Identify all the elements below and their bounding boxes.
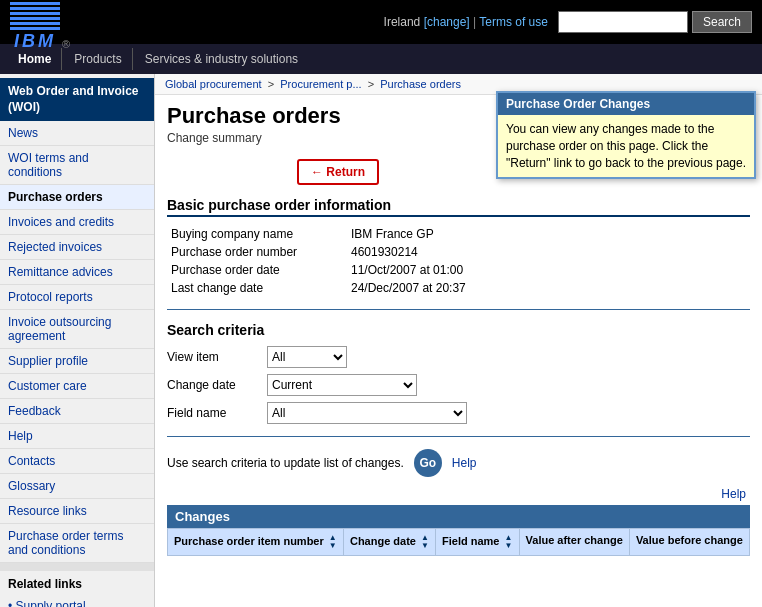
criteria-label-field: Field name [167,406,267,420]
breadcrumb-procurement[interactable]: Procurement p... [280,78,361,90]
page-content: Purchase Order Changes You can view any … [155,95,762,564]
sidebar-item-customer[interactable]: Customer care [0,374,154,399]
criteria-help-link[interactable]: Help [452,456,477,470]
header-right: Ireland [change] | Terms of use Search [384,11,752,33]
info-label: Purchase order number [167,243,347,261]
changes-header: Changes [167,505,750,528]
col-change-date: Change date ▲▼ [343,529,435,556]
tooltip-popup: Purchase Order Changes You can view any … [496,91,756,179]
terms-link[interactable]: Terms of use [479,15,548,29]
location-info: Ireland [change] | Terms of use [384,15,548,29]
col-po-item: Purchase order item number ▲▼ [168,529,344,556]
info-row: Last change date 24/Dec/2007 at 20:37 [167,279,750,297]
info-value: 24/Dec/2007 at 20:37 [347,279,750,297]
criteria-label-view: View item [167,350,267,364]
content-area: Global procurement > Procurement p... > … [155,74,762,607]
criteria-row-field: Field name All Price Quantity Date [167,402,750,424]
info-value: IBM France GP [347,225,750,243]
info-row: Purchase order date 11/Oct/2007 at 01:00 [167,261,750,279]
nav-home[interactable]: Home [8,48,62,70]
changes-help-link[interactable]: Help [721,487,746,501]
search-area: Search [558,11,752,33]
info-value: 11/Oct/2007 at 01:00 [347,261,750,279]
sidebar-related-title: Related links [0,571,154,597]
col-value-after: Value after change [519,529,629,556]
sort-arrows-date[interactable]: ▲▼ [421,534,429,550]
criteria-row-date: Change date Current All Last 7 days Last… [167,374,750,396]
nav-bar: Home Products Services & industry soluti… [0,44,762,74]
divider [167,309,750,310]
sidebar-item-purchase-orders[interactable]: Purchase orders [0,185,154,210]
field-name-select[interactable]: All Price Quantity Date [267,402,467,424]
sidebar-item-protocol[interactable]: Protocol reports [0,285,154,310]
go-area: Use search criteria to update list of ch… [167,449,750,477]
change-date-select[interactable]: Current All Last 7 days Last 30 days [267,374,417,396]
criteria-row-view: View item All Item 1 Item 2 [167,346,750,368]
sidebar: Web Order and Invoice (WOI) News WOI ter… [0,74,155,607]
divider2 [167,436,750,437]
sidebar-item-supplier[interactable]: Supplier profile [0,349,154,374]
search-criteria-title: Search criteria [167,322,750,338]
sidebar-item-news[interactable]: News [0,121,154,146]
go-button[interactable]: Go [414,449,442,477]
sidebar-item-invoice-outsourcing[interactable]: Invoice outsourcing agreement [0,310,154,349]
changes-help-right: Help [167,487,750,501]
search-input[interactable] [558,11,688,33]
basic-info-title: Basic purchase order information [167,197,750,217]
info-label: Last change date [167,279,347,297]
search-button[interactable]: Search [692,11,752,33]
breadcrumb-global[interactable]: Global procurement [165,78,262,90]
sidebar-item-feedback[interactable]: Feedback [0,399,154,424]
country-label: Ireland [384,15,421,29]
nav-products[interactable]: Products [64,48,132,70]
return-button[interactable]: Return [297,159,379,185]
sidebar-item-help[interactable]: Help [0,424,154,449]
ibm-logo: IBM ® [10,0,70,52]
criteria-label-date: Change date [167,378,267,392]
info-row: Purchase order number 4601930214 [167,243,750,261]
tooltip-body: You can view any changes made to the pur… [498,115,754,177]
sidebar-related-supply[interactable]: Supply portal [0,597,154,607]
sort-arrows-field[interactable]: ▲▼ [505,534,513,550]
nav-services[interactable]: Services & industry solutions [135,48,308,70]
sidebar-item-invoices[interactable]: Invoices and credits [0,210,154,235]
go-text: Use search criteria to update list of ch… [167,456,404,470]
sort-arrows-po[interactable]: ▲▼ [329,534,337,550]
breadcrumb-po[interactable]: Purchase orders [380,78,461,90]
sidebar-item-woi-terms[interactable]: WOI terms and conditions [0,146,154,185]
sidebar-item-remittance[interactable]: Remittance advices [0,260,154,285]
info-row: Buying company name IBM France GP [167,225,750,243]
view-item-select[interactable]: All Item 1 Item 2 [267,346,347,368]
sidebar-section-title: Web Order and Invoice (WOI) [0,78,154,121]
info-label: Purchase order date [167,261,347,279]
col-value-before: Value before change [629,529,749,556]
changes-table: Purchase order item number ▲▼ Change dat… [167,528,750,556]
sidebar-item-resources[interactable]: Resource links [0,499,154,524]
info-label: Buying company name [167,225,347,243]
change-link[interactable]: [change] [424,15,470,29]
info-value: 4601930214 [347,243,750,261]
sidebar-item-po-terms[interactable]: Purchase order terms and conditions [0,524,154,563]
basic-info-table: Buying company name IBM France GP Purcha… [167,225,750,297]
tooltip-title: Purchase Order Changes [498,93,754,115]
sidebar-item-glossary[interactable]: Glossary [0,474,154,499]
col-field-name: Field name ▲▼ [436,529,520,556]
sidebar-item-contacts[interactable]: Contacts [0,449,154,474]
sidebar-item-rejected[interactable]: Rejected invoices [0,235,154,260]
